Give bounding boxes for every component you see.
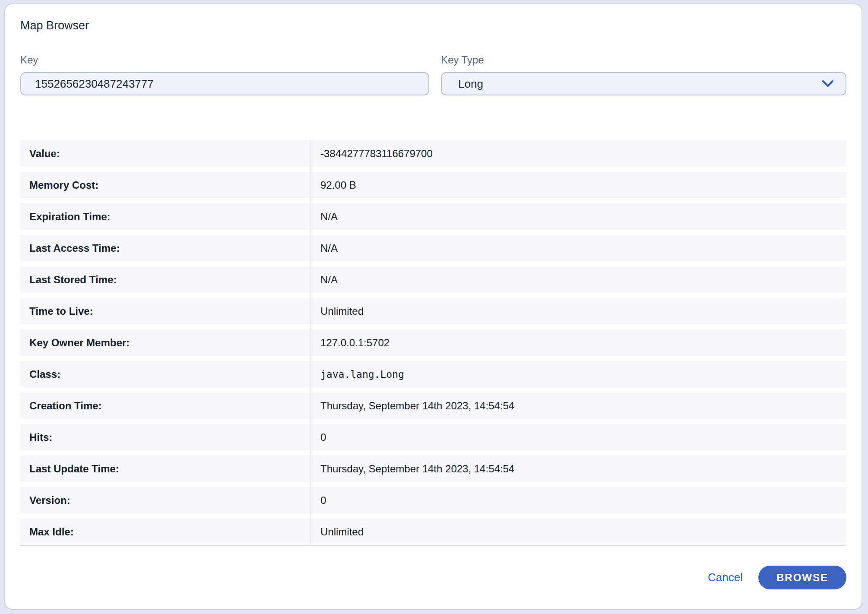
key-type-field-group: Key Type Long [441, 54, 846, 95]
key-input[interactable] [20, 72, 429, 95]
row-label: Key Owner Member: [20, 337, 310, 349]
row-value: 0 [310, 494, 326, 506]
table-row: Version: 0 [20, 487, 846, 513]
table-row: Hits: 0 [20, 424, 846, 450]
row-value: 0 [310, 431, 326, 443]
table-row: Last Update Time: Thursday, September 14… [20, 456, 846, 482]
map-browser-panel: Map Browser Key Key Type Long Value: -38… [4, 3, 862, 610]
row-value: -3844277783116679700 [310, 148, 433, 160]
key-type-selected-value: Long [458, 77, 483, 91]
table-row: Class: java.lang.Long [20, 361, 846, 387]
key-label: Key [20, 54, 429, 67]
browse-button[interactable]: BROWSE [758, 566, 846, 589]
table-row: Value: -3844277783116679700 [20, 140, 846, 167]
row-value: Thursday, September 14th 2023, 14:54:54 [310, 463, 514, 475]
row-label: Value: [20, 148, 310, 160]
row-value: Unlimited [310, 305, 364, 317]
row-label: Version: [20, 494, 310, 506]
row-value: 92.00 B [310, 179, 356, 191]
dialog-footer: Cancel BROWSE [20, 566, 846, 589]
key-type-label: Key Type [441, 54, 846, 67]
row-value: Unlimited [310, 526, 364, 538]
row-value: java.lang.Long [310, 369, 404, 380]
row-label: Max Idle: [20, 526, 310, 538]
key-details-table: Value: -3844277783116679700 Memory Cost:… [20, 140, 846, 546]
row-label: Hits: [20, 431, 310, 443]
row-label: Class: [20, 368, 310, 380]
table-row: Expiration Time: N/A [20, 203, 846, 230]
key-type-select[interactable]: Long [441, 72, 846, 95]
table-row: Time to Live: Unlimited [20, 298, 846, 324]
table-row: Last Stored Time: N/A [20, 266, 846, 293]
table-row: Last Access Time: N/A [20, 235, 846, 261]
chevron-down-icon [822, 80, 833, 87]
table-row: Max Idle: Unlimited [20, 519, 846, 545]
row-label: Creation Time: [20, 400, 310, 412]
row-label: Last Stored Time: [20, 274, 310, 286]
row-label: Memory Cost: [20, 179, 310, 191]
row-label: Last Update Time: [20, 463, 310, 475]
page-title: Map Browser [20, 4, 846, 32]
cancel-button[interactable]: Cancel [705, 570, 745, 585]
row-value: N/A [310, 242, 338, 254]
row-value: N/A [310, 274, 338, 286]
table-row: Key Owner Member: 127.0.0.1:5702 [20, 329, 846, 356]
row-value: Thursday, September 14th 2023, 14:54:54 [310, 400, 514, 412]
key-field-group: Key [20, 54, 429, 95]
row-value: 127.0.0.1:5702 [310, 337, 390, 349]
table-row: Creation Time: Thursday, September 14th … [20, 392, 846, 419]
row-label: Expiration Time: [20, 211, 310, 223]
table-row: Memory Cost: 92.00 B [20, 172, 846, 198]
key-form: Key Key Type Long [20, 54, 846, 95]
row-label: Last Access Time: [20, 242, 310, 254]
row-value: N/A [310, 211, 338, 223]
row-label: Time to Live: [20, 305, 310, 317]
